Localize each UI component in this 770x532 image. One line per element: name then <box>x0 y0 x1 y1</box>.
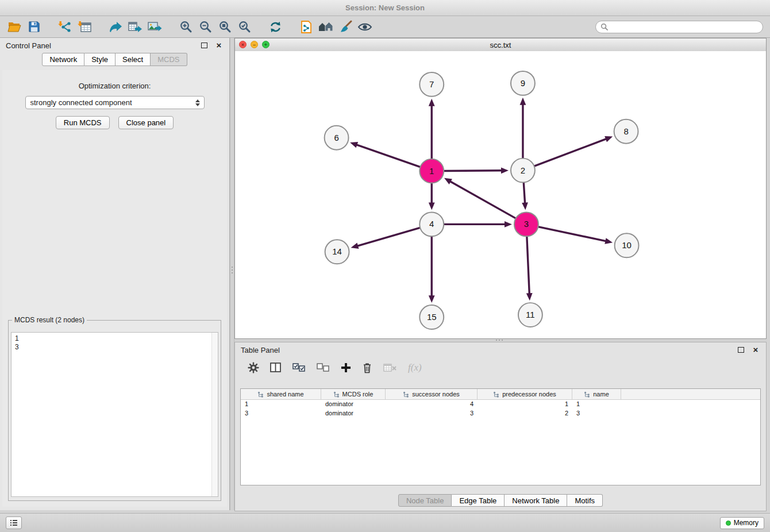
node-11[interactable]: 11 <box>518 303 542 327</box>
apply-style-button[interactable] <box>336 18 355 36</box>
table-cell[interactable]: dominator <box>321 409 386 418</box>
add-column-button[interactable] <box>341 363 351 373</box>
table-cell[interactable]: 4 <box>386 400 478 409</box>
node-6[interactable]: 6 <box>325 126 349 150</box>
open-session-button[interactable] <box>5 18 24 36</box>
memory-button[interactable]: Memory <box>720 517 764 529</box>
edge-4-to-15[interactable] <box>429 237 435 303</box>
show-columns-button[interactable] <box>270 363 282 373</box>
table-settings-button[interactable] <box>248 362 259 373</box>
tab-node-table[interactable]: Node Table <box>398 494 452 507</box>
function-builder-button[interactable]: f(x) <box>408 362 422 373</box>
table-body: 1dominator4113dominator323 <box>241 400 760 418</box>
node-7[interactable]: 7 <box>419 72 444 97</box>
edge-3-to-11[interactable] <box>526 237 533 300</box>
edge-1-to-4[interactable] <box>429 184 435 210</box>
search-input[interactable] <box>611 22 758 32</box>
export-table-button[interactable] <box>125 18 145 36</box>
zoom-in-button[interactable] <box>176 18 195 36</box>
apply-layout-button[interactable] <box>265 18 285 36</box>
column-header-shared-name[interactable]: shared name <box>241 389 321 399</box>
column-header-name[interactable]: name <box>572 389 621 399</box>
table-cell[interactable]: 2 <box>478 409 572 418</box>
zoom-fit-button[interactable] <box>215 18 234 36</box>
table-cell[interactable]: 1 <box>478 400 572 409</box>
table-cell[interactable]: 1 <box>572 400 621 409</box>
tab-network-table[interactable]: Network Table <box>505 494 567 507</box>
new-network-from-selection-button[interactable] <box>297 18 316 36</box>
tab-mcds[interactable]: MCDS <box>151 53 187 66</box>
node-1[interactable]: 1 <box>419 159 444 183</box>
import-network-button[interactable] <box>55 18 75 36</box>
save-session-button[interactable] <box>24 18 44 36</box>
svg-text:11: 11 <box>526 310 535 319</box>
edge-3-to-1[interactable] <box>444 178 515 218</box>
tab-edge-table[interactable]: Edge Table <box>452 494 505 507</box>
node-15[interactable]: 15 <box>419 305 444 329</box>
search-box[interactable] <box>595 21 763 33</box>
select-all-button[interactable] <box>292 363 306 372</box>
zoom-out-button[interactable] <box>195 18 215 36</box>
optimization-criterion-select[interactable]: strongly connected component <box>25 96 205 109</box>
node-4[interactable]: 4 <box>419 212 444 236</box>
window-titlebar: Session: New Session <box>0 0 770 16</box>
float-panel-button[interactable] <box>199 41 209 50</box>
column-header-predecessor-nodes[interactable]: predecessor nodes <box>478 389 572 399</box>
minimize-network-button[interactable]: – <box>251 41 258 48</box>
export-image-button[interactable] <box>145 18 164 36</box>
table-cell[interactable]: 3 <box>386 409 478 418</box>
edge-1-to-7[interactable] <box>429 99 435 159</box>
show-panels-button[interactable] <box>6 516 22 529</box>
close-network-button[interactable]: × <box>239 41 247 48</box>
delete-column-button[interactable] <box>362 362 372 373</box>
network-canvas[interactable]: 7968124314101511 <box>235 51 766 338</box>
tab-motifs[interactable]: Motifs <box>567 494 603 507</box>
table-row[interactable]: 1dominator411 <box>241 400 760 409</box>
tab-network[interactable]: Network <box>42 53 84 66</box>
edge-2-to-8[interactable] <box>534 136 613 166</box>
first-neighbors-button[interactable] <box>316 18 336 36</box>
node-9[interactable]: 9 <box>511 71 535 95</box>
edge-1-to-2[interactable] <box>444 167 509 174</box>
zoom-selected-button[interactable] <box>234 18 254 36</box>
delete-table-button[interactable] <box>383 363 397 372</box>
maximize-network-button[interactable]: + <box>262 41 270 48</box>
tab-style[interactable]: Style <box>84 53 116 66</box>
node-2[interactable]: 2 <box>511 159 535 183</box>
column-header-successor-nodes[interactable]: successor nodes <box>386 389 478 399</box>
edge-4-to-14[interactable] <box>351 228 420 249</box>
run-mcds-button[interactable]: Run MCDS <box>56 116 110 129</box>
float-table-panel-button[interactable] <box>736 345 745 354</box>
import-table-button[interactable] <box>75 18 94 36</box>
show-hide-button[interactable] <box>355 18 375 36</box>
edge-1-to-6[interactable] <box>350 142 419 167</box>
close-panel-button[interactable]: Close panel <box>118 116 174 129</box>
node-10[interactable]: 10 <box>615 233 639 257</box>
edge-2-to-3[interactable] <box>522 183 528 210</box>
table-cell[interactable]: dominator <box>321 400 386 409</box>
column-header-mcds-role[interactable]: MCDS role <box>321 389 386 399</box>
edge-4-to-3[interactable] <box>444 221 512 228</box>
table-toolbar: f(x) <box>235 357 766 378</box>
table-row[interactable]: 3dominator323 <box>241 409 760 418</box>
deselect-all-button[interactable] <box>317 363 330 372</box>
close-table-panel-button[interactable]: × <box>751 345 760 354</box>
tab-select[interactable]: Select <box>116 53 151 66</box>
mcds-result-box[interactable]: 1 3 <box>11 332 218 497</box>
export-network-icon <box>108 20 123 34</box>
network-window-title: scc.txt <box>490 41 511 49</box>
vertical-splitter[interactable] <box>230 38 234 510</box>
node-14[interactable]: 14 <box>325 240 349 264</box>
close-panel-x-button[interactable]: × <box>214 41 224 50</box>
eye-icon <box>357 21 372 33</box>
result-scrollbar[interactable] <box>211 333 218 496</box>
export-network-button[interactable] <box>106 18 125 36</box>
table-cell[interactable]: 3 <box>572 409 621 418</box>
edge-3-to-10[interactable] <box>538 227 613 244</box>
edge-2-to-9[interactable] <box>520 98 526 158</box>
table-cell[interactable]: 1 <box>241 400 321 409</box>
table-cell[interactable]: 3 <box>241 409 321 418</box>
node-3[interactable]: 3 <box>514 212 538 236</box>
network-graph[interactable]: 7968124314101511 <box>235 51 766 338</box>
node-8[interactable]: 8 <box>614 119 638 144</box>
